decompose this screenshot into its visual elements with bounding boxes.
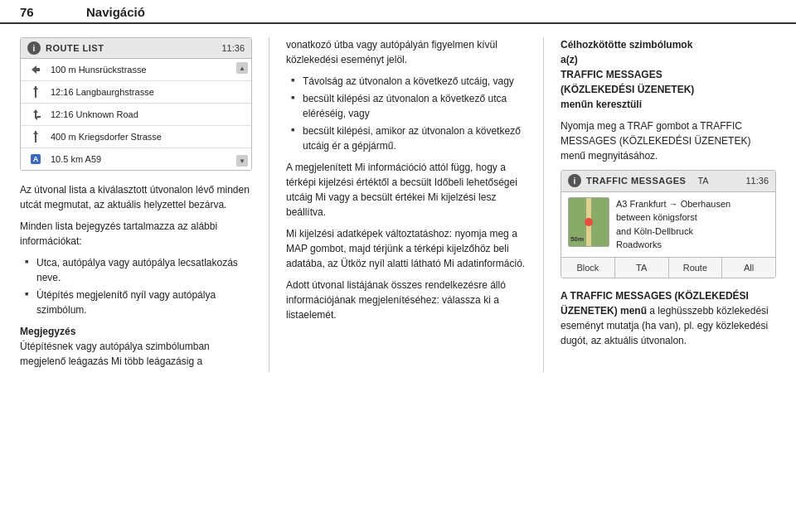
scroll-up-button[interactable]: ▲: [236, 62, 248, 74]
route-row: 100 m Hunsrückstrasse: [21, 59, 251, 81]
route-row: 12:16 Unknown Road: [21, 104, 251, 126]
route-straight-icon2: [27, 130, 44, 143]
route-row-text: 10.5 km A59: [51, 154, 101, 164]
scroll-arrows[interactable]: ▲ ▼: [236, 59, 248, 170]
traffic-panel-buttons: Block TA Route All: [561, 257, 775, 278]
left-para2: Minden lista bejegyzés tartalmazza az al…: [20, 219, 252, 249]
left-bullets: Utca, autópálya vagy autópálya lecsatlak…: [25, 255, 252, 317]
traffic-panel-icon: i: [568, 174, 581, 187]
route-turn-icon: [27, 108, 44, 121]
route-list-icon: i: [27, 41, 41, 55]
traffic-panel-time: 11:36: [745, 174, 769, 188]
scroll-down-button[interactable]: ▼: [236, 155, 248, 167]
middle-bullet-3: becsült kilépési, amikor az útvonalon a …: [291, 123, 527, 153]
traffic-info: A3 Frankfurt → Oberhausen between königs…: [616, 197, 769, 252]
heading-line3: TRAFFIC MESSAGES: [561, 69, 663, 80]
left-bullet-1: Utca, autópálya vagy autópálya lecsatlak…: [25, 255, 252, 285]
page-number: 76: [20, 5, 53, 19]
middle-bullet-2: becsült kilépési az útvonalon a következ…: [291, 91, 527, 121]
traffic-btn-all[interactable]: All: [722, 258, 775, 278]
left-column: i ROUTE LIST 11:36 100 m Hunsrückstrasse: [20, 37, 252, 372]
svg-marker-7: [33, 131, 38, 134]
route-list-rows: 100 m Hunsrückstrasse 12:16 Langbaurghst…: [21, 59, 251, 170]
svg-marker-0: [32, 65, 40, 74]
right-bottom-text: A TRAFFIC MESSAGES (KÖZLEKEDÉSI ÜZENETEK…: [561, 288, 776, 348]
right-para1: Nyomja meg a TRAF gombot a TRAFFIC MESSA…: [561, 118, 776, 163]
heading-line2: a(z): [561, 54, 578, 65]
highway-label: A: [31, 154, 41, 164]
route-highway-icon: A: [27, 152, 44, 166]
route-straight-icon: [27, 85, 44, 99]
traffic-panel-header: i TRAFFIC MESSAGES TA 11:36: [561, 171, 775, 192]
heading-line5: menűn keresztüli: [561, 99, 642, 110]
note-text: Útépítésnek vagy autópálya szimbólumban …: [20, 341, 210, 367]
middle-para1: vonatkozó útba vagy autópályán figyelmen…: [286, 37, 527, 67]
col-divider-1: [269, 37, 269, 372]
traffic-btn-ta[interactable]: TA: [615, 258, 669, 278]
traffic-info-line4: Roadworks: [616, 238, 769, 252]
middle-para2: A megjelenített Mi információció attól f…: [286, 160, 527, 220]
heading-line4: (KÖZLEKEDÉSI ÜZENETEK): [561, 84, 694, 95]
middle-bullet-1: Távolság az útvonalon a következő utcáig…: [291, 74, 527, 89]
traffic-panel-body: 50m A3 Frankfurt → Oberhausen between kö…: [561, 192, 775, 257]
traffic-map-thumbnail: 50m: [568, 197, 609, 247]
traffic-info-line3: and Köln-Dellbruck: [616, 225, 769, 239]
route-list-panel: i ROUTE LIST 11:36 100 m Hunsrückstrasse: [20, 37, 252, 171]
traffic-map-label: 50m: [570, 235, 584, 244]
route-row-text: 12:16 Unknown Road: [51, 109, 138, 119]
route-row: A 10.5 km A59: [21, 148, 251, 170]
page-header: 76 Navigáció: [0, 0, 796, 24]
middle-bullets: Távolság az útvonalon a következő utcáig…: [291, 74, 527, 153]
note-box: Megjegyzés Útépítésnek vagy autópálya sz…: [20, 324, 252, 369]
page-content: i ROUTE LIST 11:36 100 m Hunsrückstrasse: [0, 24, 796, 385]
route-row-text: 100 m Hunsrückstrasse: [51, 65, 147, 75]
middle-column: vonatkozó útba vagy autópályán figyelmen…: [286, 37, 527, 372]
route-row-text: 12:16 Langbaurghstrasse: [51, 87, 154, 97]
left-bullet-2: Útépítés megjelenítő nyíl vagy autópálya…: [25, 288, 252, 317]
traffic-map-incident: [585, 218, 593, 226]
note-label: Megjegyzés: [20, 326, 75, 337]
right-heading-text: Célhozkötötte szimbólumok a(z) TRAFFIC M…: [561, 39, 694, 110]
right-para2-line4: mutatja (ha van), pl. egy közlekedési: [606, 320, 768, 331]
right-column: Célhozkötötte szimbólumok a(z) TRAFFIC M…: [561, 37, 776, 372]
traffic-panel-ta: TA: [697, 174, 708, 188]
svg-marker-2: [33, 86, 38, 89]
route-list-title: ROUTE LIST: [46, 43, 104, 53]
right-para2: A TRAFFIC MESSAGES (KÖZLEKEDÉSI ÜZENETEK…: [561, 288, 776, 348]
route-list-header-left: i ROUTE LIST: [27, 41, 104, 55]
traffic-messages-panel: i TRAFFIC MESSAGES TA 11:36 50m A3 Frank…: [561, 170, 776, 278]
svg-marker-4: [33, 109, 38, 113]
right-para2-line5: dugót, az aktuális útvonalon.: [561, 335, 687, 346]
heading-line1: Célhozkötötte szimbólumok: [561, 39, 692, 51]
col-divider-2: [543, 37, 544, 372]
traffic-info-line1: A3 Frankfurt → Oberhausen: [616, 197, 769, 211]
left-para1: Az útvonal lista a kiválasztott útvonalo…: [20, 182, 252, 212]
middle-para4: Adott útvonal listájának összes rendelke…: [286, 278, 527, 322]
route-row: 12:16 Langbaurghstrasse: [21, 81, 251, 104]
traffic-btn-route[interactable]: Route: [669, 258, 723, 278]
route-row: 400 m Kriegsdorfer Strasse: [21, 126, 251, 148]
right-para2-line1: A TRAFFIC MESSAGES: [561, 290, 672, 302]
route-arrow-icon: [27, 63, 44, 76]
middle-para3: Mi kijelzési adatképek változtatáshoz: n…: [286, 226, 527, 271]
traffic-info-line2: between königsforst: [616, 210, 769, 225]
route-list-time: 11:36: [221, 43, 245, 53]
traffic-panel-header-left: i TRAFFIC MESSAGES TA: [568, 174, 709, 188]
left-text: Az útvonal lista a kiválasztott útvonalo…: [20, 182, 252, 369]
traffic-btn-block[interactable]: Block: [561, 258, 615, 278]
route-row-text: 400 m Kriegsdorfer Strasse: [51, 132, 162, 142]
right-heading: Célhozkötötte szimbólumok a(z) TRAFFIC M…: [561, 37, 776, 112]
traffic-panel-title: TRAFFIC MESSAGES: [586, 174, 686, 188]
page-title: Navigáció: [86, 5, 145, 19]
route-list-scroll: 100 m Hunsrückstrasse 12:16 Langbaurghst…: [21, 59, 251, 170]
route-list-header: i ROUTE LIST 11:36: [21, 38, 251, 59]
